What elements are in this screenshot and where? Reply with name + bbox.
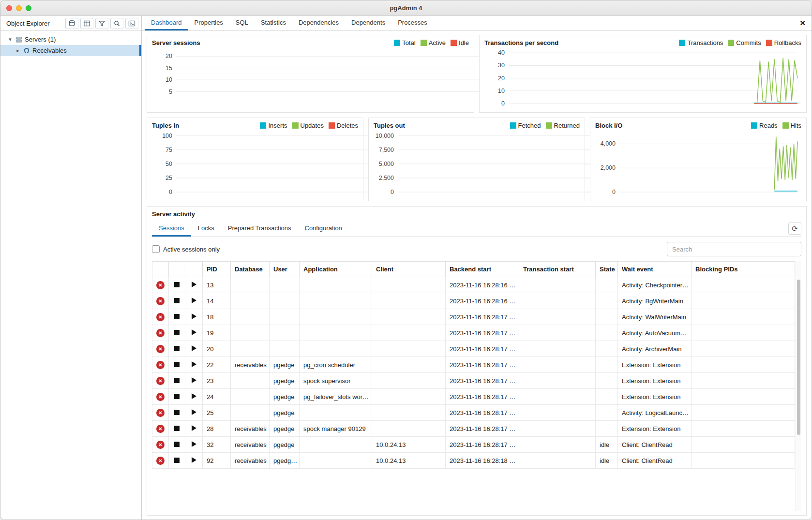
cell-state — [596, 325, 618, 341]
terminate-session-icon[interactable] — [174, 458, 180, 463]
tab-statistics[interactable]: Statistics — [255, 16, 292, 30]
cancel-session-icon[interactable]: ✕ — [156, 281, 165, 289]
filter-icon[interactable] — [95, 18, 108, 29]
terminate-session-icon[interactable] — [174, 330, 180, 335]
table-row: ✕22receivablespgedgepg_cron scheduler202… — [152, 357, 795, 373]
session-details-icon[interactable] — [192, 457, 196, 463]
tree-item-servers[interactable]: ▾ Servers (1) — [0, 34, 141, 45]
database-icon[interactable] — [65, 18, 78, 29]
tuples-in-plot: 0255075100 — [152, 130, 358, 198]
cancel-session-icon[interactable]: ✕ — [156, 361, 165, 369]
cancel-session-icon[interactable]: ✕ — [156, 345, 165, 353]
cell-application: spock supervisor — [300, 373, 372, 389]
legend-item-inserts: Inserts — [260, 122, 287, 129]
svg-text:25: 25 — [165, 175, 172, 181]
terminate-session-icon[interactable] — [174, 346, 180, 351]
block-io-legend: ReadsHits — [751, 122, 801, 129]
session-details-icon[interactable] — [192, 361, 196, 367]
tree-item-servers-label: Servers (1) — [25, 36, 56, 43]
chevron-down-icon[interactable]: ▾ — [7, 36, 13, 43]
tree-item-receivables[interactable]: ▸ Receivables — [0, 45, 141, 56]
cancel-session-icon[interactable]: ✕ — [156, 441, 165, 449]
table-row: ✕92receivablespgedg…10.0.24.132023-11-16… — [152, 453, 795, 469]
cancel-session-icon[interactable]: ✕ — [156, 297, 165, 305]
cell-transaction-start — [519, 453, 596, 469]
terminate-session-icon[interactable] — [174, 298, 180, 303]
session-details-icon[interactable] — [192, 313, 196, 319]
refresh-icon[interactable]: ⟳ — [788, 223, 801, 235]
cancel-cell: ✕ — [152, 277, 169, 293]
legend-label-commits: Commits — [736, 39, 761, 46]
session-details-icon[interactable] — [192, 425, 196, 431]
session-details-icon[interactable] — [192, 377, 196, 383]
tab-properties[interactable]: Properties — [188, 16, 229, 30]
close-panel-icon[interactable]: ✕ — [799, 16, 806, 30]
terminate-cell — [169, 421, 185, 437]
legend-swatch-transactions — [679, 40, 685, 46]
active-sessions-checkbox[interactable] — [152, 245, 160, 253]
table-scrollbar-thumb[interactable] — [797, 280, 800, 435]
cancel-cell: ✕ — [152, 357, 169, 373]
tab-sql[interactable]: SQL — [229, 16, 255, 30]
session-details-icon[interactable] — [192, 345, 196, 351]
tab-dependents[interactable]: Dependents — [345, 16, 391, 30]
server-sessions-plot: 5101520 — [152, 47, 469, 109]
minimize-window-button[interactable] — [16, 5, 22, 11]
cell-wait-event: Extension: Extension — [618, 389, 692, 405]
cancel-session-icon[interactable]: ✕ — [156, 393, 165, 401]
session-search-input[interactable] — [667, 242, 801, 256]
terminate-session-icon[interactable] — [174, 378, 180, 383]
zoom-window-button[interactable] — [26, 5, 31, 11]
session-details-icon[interactable] — [192, 329, 196, 335]
cell-user: pgedge — [270, 405, 300, 421]
cancel-session-icon[interactable]: ✕ — [156, 425, 165, 433]
cell-pid: 32 — [203, 437, 231, 453]
session-details-icon[interactable] — [192, 393, 196, 399]
active-sessions-only-toggle[interactable]: Active sessions only — [152, 245, 220, 253]
terminate-session-icon[interactable] — [174, 362, 180, 367]
terminal-icon[interactable] — [125, 18, 138, 29]
tab-processes[interactable]: Processes — [391, 16, 434, 30]
cell-blocking-pids — [692, 341, 795, 357]
chart-row-bottom: Tuples inInsertsUpdatesDeletes0255075100… — [147, 118, 807, 201]
cell-transaction-start — [519, 389, 596, 405]
subtab-prepared-transactions[interactable]: Prepared Transactions — [221, 221, 298, 237]
chevron-right-icon[interactable]: ▸ — [15, 47, 21, 54]
cancel-session-icon[interactable]: ✕ — [156, 457, 165, 465]
session-details-icon[interactable] — [192, 297, 196, 303]
cell-user — [270, 325, 300, 341]
terminate-session-icon[interactable] — [174, 426, 180, 431]
tab-dashboard[interactable]: Dashboard — [145, 16, 188, 30]
terminate-session-icon[interactable] — [174, 314, 180, 319]
terminate-session-icon[interactable] — [174, 442, 180, 447]
cancel-session-icon[interactable]: ✕ — [156, 377, 165, 385]
legend-swatch-commits — [728, 40, 734, 46]
search-icon[interactable] — [110, 18, 123, 29]
cell-transaction-start — [519, 293, 596, 309]
subtab-configuration[interactable]: Configuration — [298, 221, 349, 237]
cell-application — [300, 453, 372, 469]
cell-application: spock manager 90129 — [300, 421, 372, 437]
legend-label-fetched: Fetched — [518, 122, 541, 129]
terminate-session-icon[interactable] — [174, 282, 180, 287]
cell-blocking-pids — [692, 325, 795, 341]
terminate-session-icon[interactable] — [174, 394, 180, 399]
terminate-cell — [169, 277, 185, 293]
table-scrollbar[interactable] — [796, 261, 801, 511]
cancel-session-icon[interactable]: ✕ — [156, 329, 165, 337]
session-details-icon[interactable] — [192, 441, 196, 447]
session-details-icon[interactable] — [192, 282, 196, 287]
cancel-session-icon[interactable]: ✕ — [156, 313, 165, 321]
tab-dependencies[interactable]: Dependencies — [292, 16, 345, 30]
session-details-icon[interactable] — [192, 409, 196, 415]
table-row: ✕202023-11-16 16:28:17 …Activity: Archiv… — [152, 341, 795, 357]
close-window-button[interactable] — [6, 5, 12, 11]
subtab-sessions[interactable]: Sessions — [152, 221, 191, 237]
object-explorer-title: Object Explorer — [6, 20, 50, 27]
cancel-session-icon[interactable]: ✕ — [156, 409, 165, 417]
details-cell — [185, 437, 203, 453]
terminate-session-icon[interactable] — [174, 410, 180, 415]
subtab-locks[interactable]: Locks — [191, 221, 221, 237]
table-icon[interactable] — [80, 18, 93, 29]
cell-transaction-start — [519, 373, 596, 389]
